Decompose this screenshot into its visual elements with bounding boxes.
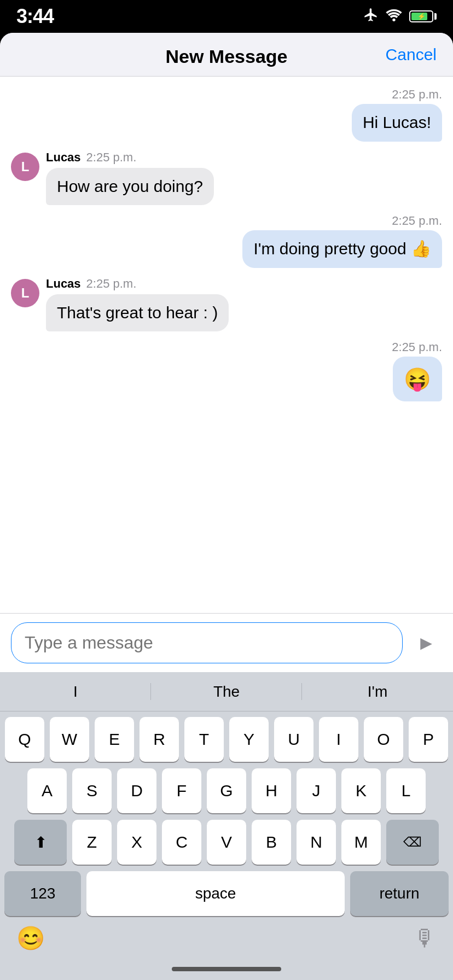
message-bubble: 😝 — [393, 357, 442, 401]
home-bar — [172, 967, 281, 971]
message-meta: Lucas 2:25 p.m. — [46, 150, 136, 165]
messages-area: 2:25 p.m. Hi Lucas! L Lucas 2:25 p.m. Ho… — [0, 77, 453, 613]
key-y[interactable]: Y — [229, 717, 269, 762]
key-z[interactable]: Z — [72, 820, 112, 865]
autocomplete-item[interactable]: I — [0, 678, 151, 706]
message-time: 2:25 p.m. — [392, 88, 442, 102]
key-e[interactable]: E — [95, 717, 134, 762]
return-key[interactable]: return — [350, 871, 449, 916]
key-p[interactable]: P — [409, 717, 448, 762]
message-content-outgoing: 2:25 p.m. 😝 — [392, 340, 442, 401]
key-row-2: A S D F G H J K L — [4, 768, 449, 813]
message-bubble: I'm doing pretty good 👍 — [242, 230, 442, 268]
shift-key[interactable]: ⬆ — [14, 820, 67, 865]
key-u[interactable]: U — [274, 717, 313, 762]
key-h[interactable]: H — [252, 768, 291, 813]
key-m[interactable]: M — [341, 820, 381, 865]
key-d[interactable]: D — [117, 768, 156, 813]
key-row-3: ⬆ Z X C V B N M ⌫ — [4, 820, 449, 865]
key-g[interactable]: G — [207, 768, 246, 813]
message-time: 2:25 p.m. — [392, 340, 442, 354]
emoji-icon[interactable]: 😊 — [16, 925, 45, 952]
message-row: L Lucas 2:25 p.m. How are you doing? — [11, 150, 442, 206]
status-time: 3:44 — [16, 5, 54, 28]
status-bar: 3:44 ⚡ — [0, 0, 453, 33]
header: New Message Cancel — [0, 33, 453, 77]
svg-point-0 — [392, 19, 395, 21]
key-i[interactable]: I — [319, 717, 358, 762]
avatar: L — [11, 153, 39, 181]
send-button[interactable]: ► — [410, 630, 442, 656]
keyboard: I The I'm Q W E R T Y U I O P A S — [0, 672, 453, 980]
header-title: New Message — [166, 46, 288, 67]
key-w[interactable]: W — [50, 717, 89, 762]
message-row: 2:25 p.m. Hi Lucas! — [11, 88, 442, 142]
message-bubble: Hi Lucas! — [352, 104, 442, 142]
avatar: L — [11, 279, 39, 307]
autocomplete-item[interactable]: I'm — [302, 678, 453, 706]
send-icon: ► — [416, 632, 436, 655]
key-f[interactable]: F — [162, 768, 201, 813]
autocomplete-bar: I The I'm — [0, 672, 453, 711]
key-o[interactable]: O — [364, 717, 403, 762]
key-row-4: 123 space return — [4, 871, 449, 916]
bottom-row: 😊 🎙 — [0, 919, 453, 962]
message-meta: Lucas 2:25 p.m. — [46, 277, 136, 291]
message-content-incoming: Lucas 2:25 p.m. That's great to hear : ) — [46, 277, 229, 332]
message-content-outgoing: 2:25 p.m. I'm doing pretty good 👍 — [242, 214, 442, 268]
key-c[interactable]: C — [162, 820, 201, 865]
battery-icon: ⚡ — [409, 10, 437, 22]
message-bubble: How are you doing? — [46, 168, 214, 206]
key-r[interactable]: R — [140, 717, 179, 762]
message-row: 2:25 p.m. I'm doing pretty good 👍 — [11, 214, 442, 268]
key-x[interactable]: X — [117, 820, 156, 865]
input-area: ► — [0, 613, 453, 672]
message-bubble: That's great to hear : ) — [46, 294, 229, 332]
message-input[interactable] — [11, 622, 403, 663]
key-n[interactable]: N — [297, 820, 336, 865]
key-s[interactable]: S — [72, 768, 112, 813]
autocomplete-item[interactable]: The — [151, 678, 302, 706]
sender-name: Lucas — [46, 277, 81, 291]
status-icons: ⚡ — [363, 7, 437, 26]
key-rows: Q W E R T Y U I O P A S D F G H J K — [0, 711, 453, 919]
key-a[interactable]: A — [27, 768, 67, 813]
key-l[interactable]: L — [386, 768, 426, 813]
sender-name: Lucas — [46, 150, 81, 165]
airplane-icon — [363, 7, 379, 26]
key-t[interactable]: T — [184, 717, 224, 762]
key-row-1: Q W E R T Y U I O P — [4, 717, 449, 762]
key-q[interactable]: Q — [5, 717, 44, 762]
message-time: 2:25 p.m. — [392, 214, 442, 228]
wifi-icon — [385, 8, 403, 25]
key-b[interactable]: B — [252, 820, 291, 865]
delete-key[interactable]: ⌫ — [386, 820, 439, 865]
mic-icon[interactable]: 🎙 — [414, 925, 437, 952]
cancel-button[interactable]: Cancel — [386, 45, 437, 64]
home-indicator — [0, 962, 453, 980]
message-time: 2:25 p.m. — [86, 277, 137, 291]
message-row: L Lucas 2:25 p.m. That's great to hear :… — [11, 277, 442, 332]
key-k[interactable]: K — [341, 768, 381, 813]
message-content-incoming: Lucas 2:25 p.m. How are you doing? — [46, 150, 214, 206]
space-key[interactable]: space — [86, 871, 345, 916]
numbers-key[interactable]: 123 — [4, 871, 81, 916]
message-time: 2:25 p.m. — [86, 150, 137, 165]
app-container: New Message Cancel 2:25 p.m. Hi Lucas! L… — [0, 33, 453, 980]
message-row: 2:25 p.m. 😝 — [11, 340, 442, 401]
message-content-outgoing: 2:25 p.m. Hi Lucas! — [352, 88, 442, 142]
key-v[interactable]: V — [207, 820, 246, 865]
key-j[interactable]: J — [297, 768, 336, 813]
